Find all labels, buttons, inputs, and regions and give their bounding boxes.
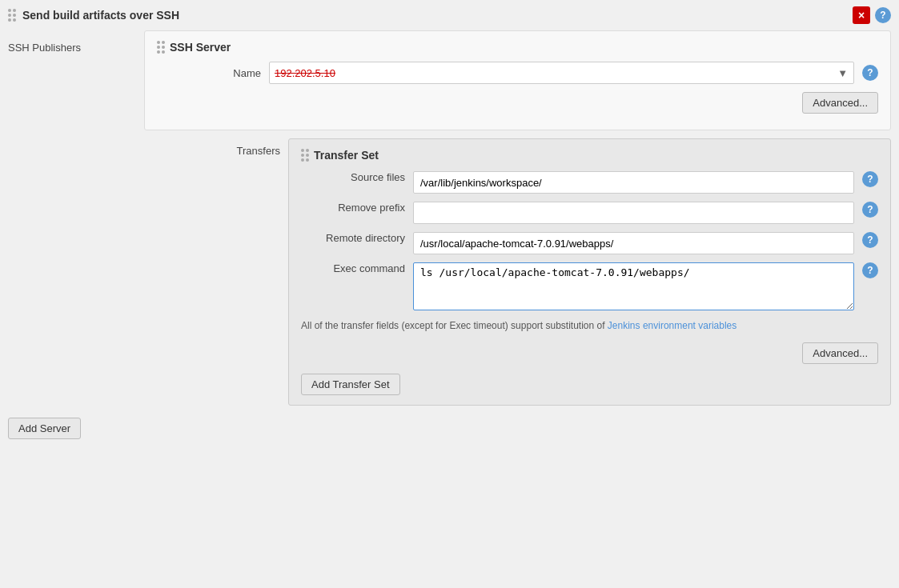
transfers-label: Transfers: [144, 138, 280, 157]
exec-command-label: Exec command: [301, 262, 405, 274]
window-drag-handle[interactable]: [8, 9, 16, 22]
source-files-help-icon[interactable]: ?: [862, 171, 878, 187]
remote-directory-input[interactable]: [413, 232, 854, 254]
info-text-static: All of the transfer fields (except for E…: [301, 320, 608, 331]
transfer-advanced-button[interactable]: Advanced...: [802, 342, 878, 364]
remove-prefix-label: Remove prefix: [301, 202, 405, 214]
main-content: SSH Publishers SSH Server Name: [0, 30, 899, 406]
source-files-row: Source files ?: [301, 171, 878, 194]
ssh-publishers-label: SSH Publishers: [8, 38, 144, 57]
transfers-section: Transfers Transfer Set Source files: [144, 138, 891, 406]
server-advanced-btn-row: Advanced...: [157, 92, 878, 114]
name-field-row: Name 192.202.5.10 ▼ ?: [157, 62, 878, 84]
source-files-label: Source files: [301, 171, 405, 183]
transfer-set-drag-handle[interactable]: [301, 149, 309, 162]
transfer-set-title: Transfer Set: [314, 149, 379, 162]
exec-command-textarea[interactable]: ls /usr/local/apache-tomcat-7.0.91/webap…: [413, 262, 854, 310]
add-transfer-btn-row: Add Transfer Set: [301, 374, 878, 395]
exec-command-help-icon[interactable]: ?: [862, 262, 878, 278]
transfer-advanced-btn-row: Advanced...: [301, 342, 878, 364]
transfer-set-header: Transfer Set: [301, 149, 878, 162]
main-window: Send build artifacts over SSH × ? SSH Pu…: [0, 0, 899, 588]
transfer-set-box: Transfer Set Source files ? Remove prefi…: [288, 138, 891, 406]
remote-directory-label: Remote directory: [301, 232, 405, 244]
name-help-icon[interactable]: ?: [862, 65, 878, 81]
window-help-icon[interactable]: ?: [875, 7, 891, 23]
source-files-input[interactable]: [413, 171, 854, 194]
ssh-server-section: SSH Server Name 192.202.5.10 ▼ ? Advance…: [144, 30, 891, 130]
name-select-wrapper: 192.202.5.10 ▼: [269, 62, 854, 84]
add-server-button[interactable]: Add Server: [8, 418, 81, 439]
name-label: Name: [157, 67, 261, 79]
content-area: SSH Server Name 192.202.5.10 ▼ ? Advance…: [144, 30, 891, 406]
title-bar-left: Send build artifacts over SSH: [8, 9, 179, 22]
server-advanced-button[interactable]: Advanced...: [802, 92, 878, 114]
name-select[interactable]: 192.202.5.10: [269, 62, 854, 84]
remote-directory-row: Remote directory ?: [301, 232, 878, 254]
title-bar: Send build artifacts over SSH × ?: [0, 0, 899, 30]
info-text-block: All of the transfer fields (except for E…: [301, 318, 878, 333]
remove-prefix-help-icon[interactable]: ?: [862, 202, 878, 218]
server-drag-handle[interactable]: [157, 41, 165, 54]
server-section-title: SSH Server: [170, 41, 231, 54]
close-button[interactable]: ×: [853, 6, 870, 24]
window-title: Send build artifacts over SSH: [22, 9, 179, 22]
add-server-row: Add Server: [0, 406, 899, 451]
sidebar: SSH Publishers: [8, 30, 144, 406]
title-bar-right: × ?: [853, 6, 891, 24]
server-section-header: SSH Server: [157, 41, 878, 54]
add-transfer-set-button[interactable]: Add Transfer Set: [301, 374, 400, 395]
remove-prefix-row: Remove prefix ?: [301, 202, 878, 224]
jenkins-env-vars-link[interactable]: Jenkins environment variables: [608, 320, 736, 331]
remove-prefix-input[interactable]: [413, 202, 854, 224]
exec-command-row: Exec command ls /usr/local/apache-tomcat…: [301, 262, 878, 310]
remote-directory-help-icon[interactable]: ?: [862, 232, 878, 248]
